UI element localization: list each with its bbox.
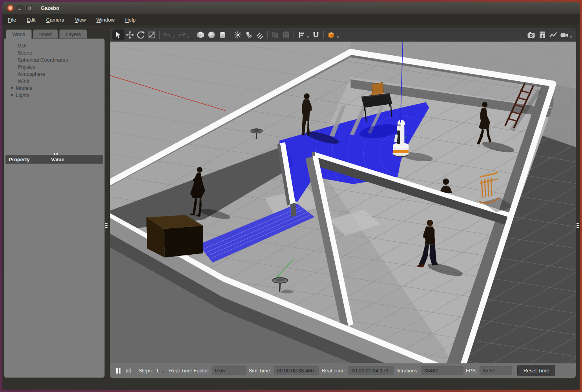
menu-camera[interactable]: Camera [46,17,64,23]
minimize-button[interactable] [16,5,23,11]
tree-item-gui[interactable]: GUI [4,42,104,49]
tree-item-lights[interactable]: Lights [4,91,104,98]
toolbar-separator [193,31,193,39]
plot-button[interactable] [548,29,559,40]
viewport-right-splitter[interactable] [577,223,579,229]
align-button[interactable] [296,29,307,40]
toolbar-separator [294,31,294,39]
view-angle-dropdown[interactable] [337,36,339,38]
property-table-body [4,164,104,377]
property-table-header: Property Value [5,155,103,164]
window-title: Gazebo [41,5,59,11]
screenshot-button[interactable] [526,29,537,40]
titlebar[interactable]: Gazebo [2,2,580,14]
viewport-column: LOG [110,28,576,378]
align-icon [297,31,306,39]
left-panel: World Insert Layers GUI Scene Spherical … [4,28,105,378]
tab-world[interactable]: World [6,29,32,39]
tree-item-atmosphere[interactable]: Atmosphere [4,70,104,77]
point-light-button[interactable] [232,29,243,40]
redo-icon [177,31,186,39]
scene-canvas[interactable] [110,42,576,363]
iterations-value: 33460 [421,366,463,375]
world-panel-body: GUI Scene Spherical Coordinates Physics … [4,38,105,378]
sim-time-label: Sim Time: [249,368,272,374]
tree-item-models-label: Models [16,85,32,91]
redo-dropdown[interactable] [187,36,190,38]
menu-edit[interactable]: Edit [27,17,35,23]
toolbar-separator [159,31,160,39]
spot-light-button[interactable] [243,29,254,40]
copy-button[interactable] [270,29,281,40]
redo-button[interactable] [176,29,187,40]
directional-light-button[interactable] [254,29,265,40]
expand-arrow-icon[interactable] [11,86,13,89]
cursor-icon [114,31,123,39]
iterations-label: Iterations: [396,368,419,374]
undo-dropdown[interactable] [173,36,175,38]
view-cube-icon [327,31,336,39]
tree-item-models[interactable]: Models [4,84,104,91]
tree-item-physics[interactable]: Physics [4,63,104,70]
scale-tool-button[interactable] [146,29,157,40]
menu-view[interactable]: View [75,17,86,23]
step-button[interactable] [126,368,131,373]
rotate-icon [137,31,145,39]
maximize-button[interactable] [26,5,33,11]
real-time-value: 00 00:01:04.172 [348,366,394,375]
menu-help[interactable]: Help [125,17,136,23]
menu-window[interactable]: Window [97,17,115,23]
property-splitter-grip[interactable] [54,153,55,154]
panel-spacer [4,98,104,152]
tree-item-scene[interactable]: Scene [4,49,104,56]
toolbar-separator [230,31,230,39]
menu-file[interactable]: File [8,17,16,23]
fps-label: FPS: [466,368,477,374]
toolbar-separator [267,31,268,39]
tree-item-spherical-coordinates[interactable]: Spherical Coordinates [4,56,104,63]
box-tool-button[interactable] [195,29,206,40]
plot-icon [549,31,558,39]
paste-button[interactable] [281,29,292,40]
close-button[interactable] [7,5,14,11]
minimize-icon [18,6,22,10]
align-dropdown[interactable] [307,36,309,38]
select-tool-button[interactable] [112,29,124,40]
rtf-value: 0.55 [212,366,246,375]
cylinder-tool-button[interactable] [217,29,228,40]
tab-insert[interactable]: Insert [33,29,58,38]
translate-tool-button[interactable] [124,29,135,40]
steps-dropdown[interactable] [162,372,164,373]
video-camera-icon [560,31,569,39]
expand-arrow-icon[interactable] [11,93,13,97]
rotate-tool-button[interactable] [135,29,146,40]
view-angle-button[interactable] [326,29,337,40]
toolbar-right-group: LOG [526,29,573,40]
sphere-tool-button[interactable] [206,29,217,40]
reset-time-button[interactable]: Reset Time [517,365,556,376]
pause-button[interactable] [116,368,120,374]
statusbar: Steps: 1 Real Time Factor: 0.55 Sim Time… [110,363,576,378]
video-record-dropdown[interactable] [570,36,572,38]
log-record-button[interactable]: LOG [537,29,548,40]
tree-item-wind[interactable]: Wind [4,77,104,84]
dresser-model[interactable] [146,215,203,257]
snap-button[interactable] [310,29,321,40]
tab-layers[interactable]: Layers [59,29,87,38]
panel-viewport-splitter[interactable] [105,223,108,229]
world-tree: GUI Scene Spherical Coordinates Physics … [4,39,104,98]
paste-icon [282,31,290,39]
undo-icon [163,31,171,39]
video-record-button[interactable] [559,29,570,40]
menubar: File Edit Camera View Window Help [2,14,580,25]
panel-tabs: World Insert Layers [4,28,105,38]
rtf-label: Real Time Factor: [169,368,210,374]
maximize-icon [27,6,31,10]
move-icon [126,31,134,39]
undo-button[interactable] [162,29,173,40]
steps-value[interactable]: 1 [156,368,159,374]
viewport-3d-scene[interactable] [110,42,576,363]
tree-item-lights-label: Lights [16,92,29,98]
scale-icon [148,31,156,39]
log-file-icon: LOG [538,31,547,39]
